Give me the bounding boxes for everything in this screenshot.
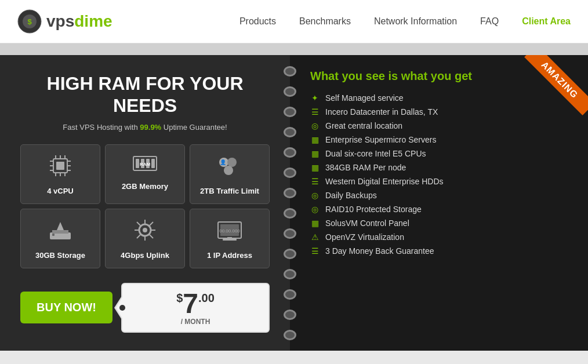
list-item: ▦ 384GB RAM Per node xyxy=(310,163,568,172)
svg-text:00.00.000: 00.00.000 xyxy=(219,228,240,234)
subheader-bar xyxy=(0,43,588,55)
list-text-9: SolusVM Control Panel xyxy=(325,219,409,228)
list-item: ☰ 3 Day Money Back Guarantee xyxy=(310,246,568,256)
list-icon-7: ◎ xyxy=(310,191,320,200)
right-panel: AMAZING What you see is what you get ✦ S… xyxy=(290,55,588,351)
storage-label: 30GB Storage xyxy=(35,251,85,260)
svg-rect-44 xyxy=(223,239,237,241)
nav-network-information[interactable]: Network Information xyxy=(374,16,457,27)
list-text-7: Daily Backups xyxy=(325,191,377,200)
svg-line-35 xyxy=(150,235,153,238)
cpu-icon xyxy=(48,153,73,182)
ribbon: AMAZING xyxy=(518,55,588,125)
list-icon-3: ▦ xyxy=(310,135,320,144)
feature-vcpu: 4 vCPU xyxy=(20,144,100,204)
price-number: 7 xyxy=(183,290,198,318)
feature-uplink: 4Gbps Uplink xyxy=(105,209,185,268)
memory-label: 2GB Memory xyxy=(122,182,168,191)
price-period: / MONTH xyxy=(181,318,210,326)
list-text-5: 384GB RAM Per node xyxy=(325,163,406,172)
list-text-8: RAID10 Protected Storage xyxy=(325,205,422,214)
memory-icon: RAM xyxy=(132,153,158,177)
list-icon-1: ☰ xyxy=(310,107,320,117)
svg-point-24 xyxy=(227,158,237,167)
svg-line-37 xyxy=(137,235,140,238)
list-text-6: Western Digital Enterprise HDDs xyxy=(325,177,444,186)
list-icon-2: ◎ xyxy=(310,121,320,130)
logo: $ vpsdime xyxy=(17,9,112,34)
nav: Products Benchmarks Network Information … xyxy=(239,16,571,27)
ip-icon: 00.00.000 xyxy=(217,217,242,246)
header: $ vpsdime Products Benchmarks Network In… xyxy=(0,0,588,43)
list-icon-6: ☰ xyxy=(310,177,320,186)
storage-icon xyxy=(48,217,73,246)
main-heading: HIGH RAM FOR YOUR NEEDS xyxy=(20,72,270,117)
price-dot xyxy=(119,305,125,311)
nav-client-area[interactable]: Client Area xyxy=(522,16,571,27)
sub-heading: Fast VPS Hosting with 99.9% Uptime Guara… xyxy=(20,123,270,132)
list-text-2: Great central location xyxy=(325,121,402,130)
list-text-11: 3 Day Money Back Guarantee xyxy=(325,246,434,256)
list-text-1: Incero Datacenter in Dallas, TX xyxy=(325,107,438,117)
svg-text:RAM: RAM xyxy=(140,162,151,167)
notebook-spiral xyxy=(282,55,298,351)
list-item: ▦ Dual six-core Intel E5 CPUs xyxy=(310,149,568,158)
bottom-row: BUY NOW! $ 7 .00 / MONTH xyxy=(20,283,270,333)
traffic-label: 2TB Traffic Limit xyxy=(200,187,259,195)
vcpu-label: 4 vCPU xyxy=(47,187,74,195)
feature-traffic: 👤 2TB Traffic Limit xyxy=(190,144,270,204)
ribbon-text: AMAZING xyxy=(524,55,588,115)
svg-rect-21 xyxy=(151,159,155,168)
svg-rect-4 xyxy=(56,162,64,170)
feature-ip: 00.00.000 1 IP Address xyxy=(190,209,270,268)
svg-text:👤: 👤 xyxy=(220,159,227,166)
uplink-label: 4Gbps Uplink xyxy=(121,251,169,260)
feature-grid: 4 vCPU RAM 2GB Memory xyxy=(20,144,270,268)
svg-line-39 xyxy=(137,222,140,225)
list-icon-10: ⚠ xyxy=(310,232,320,242)
buy-now-button[interactable]: BUY NOW! xyxy=(20,292,112,323)
svg-point-25 xyxy=(224,166,233,175)
list-icon-11: ☰ xyxy=(310,246,320,256)
svg-point-31 xyxy=(143,228,147,232)
uplink-icon xyxy=(132,217,158,246)
list-item: ⚠ OpenVZ Virtualization xyxy=(310,232,568,242)
list-text-10: OpenVZ Virtualization xyxy=(325,232,404,242)
list-item: ☰ Western Digital Enterprise HDDs xyxy=(310,177,568,186)
ip-label: 1 IP Address xyxy=(207,251,252,260)
logo-text-dime: dime xyxy=(74,12,112,31)
svg-rect-28 xyxy=(52,230,68,234)
feature-memory: RAM 2GB Memory xyxy=(105,144,185,204)
feature-storage: 30GB Storage xyxy=(20,209,100,268)
list-item: ◎ RAID10 Protected Storage xyxy=(310,205,568,214)
price-cents: .00 xyxy=(198,292,215,304)
list-item: ▦ Enterprise Supermicro Servers xyxy=(310,135,568,144)
svg-rect-18 xyxy=(136,159,139,168)
traffic-icon: 👤 xyxy=(217,153,242,182)
list-item: ◎ Daily Backups xyxy=(310,191,568,200)
list-icon-9: ▦ xyxy=(310,219,320,228)
logo-text-vps: vps xyxy=(46,12,74,31)
logo-icon: $ xyxy=(17,9,42,34)
list-item: ▦ SolusVM Control Panel xyxy=(310,219,568,228)
svg-line-33 xyxy=(150,222,153,225)
price-amount: $ 7 .00 xyxy=(176,290,215,318)
left-panel: HIGH RAM FOR YOUR NEEDS Fast VPS Hosting… xyxy=(0,55,290,351)
svg-rect-29 xyxy=(52,234,55,236)
svg-text:$: $ xyxy=(27,17,32,26)
nav-products[interactable]: Products xyxy=(239,16,276,27)
list-icon-4: ▦ xyxy=(310,149,320,158)
nav-benchmarks[interactable]: Benchmarks xyxy=(299,16,351,27)
main-content: HIGH RAM FOR YOUR NEEDS Fast VPS Hosting… xyxy=(0,55,588,351)
list-text-4: Dual six-core Intel E5 CPUs xyxy=(325,149,426,158)
list-icon-0: ✦ xyxy=(310,93,320,103)
list-icon-8: ◎ xyxy=(310,205,320,214)
price-dollar: $ xyxy=(176,292,183,304)
list-text-0: Self Managed service xyxy=(325,93,404,103)
list-text-3: Enterprise Supermicro Servers xyxy=(325,135,436,144)
price-tag: $ 7 .00 / MONTH xyxy=(121,283,270,333)
list-icon-5: ▦ xyxy=(310,163,320,172)
nav-faq[interactable]: FAQ xyxy=(480,16,499,27)
